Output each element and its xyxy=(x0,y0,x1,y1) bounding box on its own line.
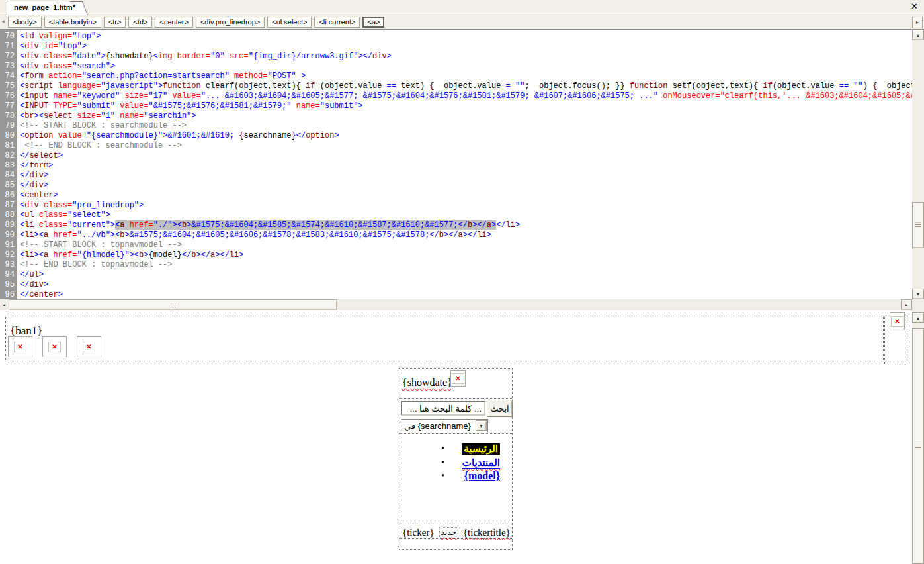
code-line[interactable]: 76<input name="keyword" size="17" value=… xyxy=(0,91,912,101)
code-line[interactable]: 87<div class="pro_linedrop"> xyxy=(0,201,912,211)
code-text: <td valign="top"> xyxy=(17,32,101,42)
search-input[interactable] xyxy=(401,401,485,416)
code-horizontal-scrollbar[interactable]: ◄ ► xyxy=(0,299,912,310)
tag-path-item[interactable]: <ul.select> xyxy=(267,17,312,28)
code-line[interactable]: 83</form> xyxy=(0,161,912,171)
code-editor[interactable]: 70<td valign="top">71<div id="top">72<di… xyxy=(0,30,912,299)
nav-link-home[interactable]: الرئيسية xyxy=(462,443,500,455)
tag-path-scroll-right-button[interactable]: ► xyxy=(912,17,923,28)
tab-bar: new_page_1.htm* ✕ xyxy=(0,0,924,15)
broken-image-x-icon: ✕ xyxy=(891,316,903,327)
code-line[interactable]: 94</ul> xyxy=(0,270,912,280)
line-number: 91 xyxy=(0,240,17,250)
code-line[interactable]: 84</div> xyxy=(0,171,912,181)
code-text: <br><select size="1" name="searchin"> xyxy=(17,111,196,121)
tag-path-item[interactable]: <a> xyxy=(362,17,384,28)
line-number: 77 xyxy=(0,101,17,111)
ticker-new-label[interactable]: جديد xyxy=(439,527,458,538)
scroll-up-icon: ▲ xyxy=(916,33,921,38)
tickertitle-placeholder[interactable]: {tickertitle} xyxy=(463,527,511,538)
line-number: 95 xyxy=(0,280,17,290)
tag-path-item[interactable]: <tr> xyxy=(104,17,126,28)
code-line[interactable]: 89<li class="current"><a href="./"><b>&#… xyxy=(0,220,912,230)
code-text: <div class="date">{showdate}<img border=… xyxy=(17,52,392,62)
ticker-placeholder[interactable]: {ticker} xyxy=(402,527,435,538)
code-text: </div> xyxy=(17,181,48,191)
line-number: 76 xyxy=(0,91,17,101)
code-line[interactable]: 88<ul class="select"> xyxy=(0,211,912,220)
code-line[interactable]: 75<script language="javascript">function… xyxy=(0,81,912,91)
scroll-left-button[interactable]: ◄ xyxy=(0,299,8,310)
thumb-grip xyxy=(915,444,921,449)
showdate-placeholder[interactable]: {showdate} xyxy=(402,377,452,389)
scroll-up-button[interactable]: ▲ xyxy=(912,30,924,40)
broken-image-icon[interactable]: ✕ xyxy=(890,312,905,330)
code-line[interactable]: 78<br><select size="1" name="searchin"> xyxy=(0,111,912,121)
nav-item: • المنتديات xyxy=(399,457,512,469)
banner-placeholder[interactable]: {ban1} xyxy=(10,324,42,338)
scroll-right-icon: ► xyxy=(904,303,909,307)
scroll-right-button[interactable]: ► xyxy=(901,299,912,310)
code-hscroll-thumb[interactable] xyxy=(9,299,337,310)
search-button[interactable]: ابحث xyxy=(487,400,513,417)
code-lines: 70<td valign="top">71<div id="top">72<di… xyxy=(0,32,912,299)
code-line[interactable]: 77<INPUT TYPE="submit" value="&#1575;&#1… xyxy=(0,101,912,111)
line-number: 75 xyxy=(0,81,17,91)
code-line[interactable]: 82</select> xyxy=(0,151,912,161)
tag-path-item[interactable]: <table.bodyin> xyxy=(44,17,101,28)
nav-link-model[interactable]: {model} xyxy=(464,470,500,481)
design-view[interactable]: {ban1} ✕ ✕ ✕ ✕ {showdate} ✕ ابحث في {sea… xyxy=(0,310,912,564)
design-vertical-scrollbar[interactable]: ▲ xyxy=(912,310,924,564)
code-line[interactable]: 71<div id="top"> xyxy=(0,42,912,52)
nav-link-forums[interactable]: المنتديات xyxy=(462,457,500,468)
code-text: <INPUT TYPE="submit" value="&#1575;&#157… xyxy=(17,101,363,111)
document-tab[interactable]: new_page_1.htm* xyxy=(7,1,79,15)
chevron-down-icon[interactable]: ▼ xyxy=(476,420,487,431)
broken-image-icon[interactable]: ✕ xyxy=(450,370,466,387)
line-number: 89 xyxy=(0,220,17,230)
broken-image-icon[interactable]: ✕ xyxy=(8,336,32,357)
code-text: </ul> xyxy=(17,270,44,280)
ticker-row: {ticker} جديد {tickertitle} xyxy=(399,526,512,539)
broken-image-icon[interactable]: ✕ xyxy=(42,336,67,357)
code-line[interactable]: 79<!-- START BLOCK : searchmodule --> xyxy=(0,121,912,131)
code-line[interactable]: 92<li><a href="{hlmodel}"><b>{model}</b>… xyxy=(0,250,912,260)
tag-path-item[interactable]: <div.pro_linedrop> xyxy=(196,17,265,28)
code-vertical-scrollbar[interactable]: ▲ ▼ xyxy=(912,30,924,299)
tag-path-item[interactable]: <body> xyxy=(8,17,42,28)
broken-image-icon[interactable]: ✕ xyxy=(77,336,101,357)
scroll-down-button[interactable]: ▼ xyxy=(912,289,924,299)
scroll-up-button[interactable]: ▲ xyxy=(912,312,924,323)
tag-path-item[interactable]: <center> xyxy=(155,17,192,28)
code-line[interactable]: 74<form action="search.php?action=starts… xyxy=(0,71,912,81)
code-line[interactable]: 93<!-- END BLOCK : topnavmodel --> xyxy=(0,260,912,270)
spellcheck-underline: المنتديات xyxy=(462,457,500,469)
code-line[interactable]: 70<td valign="top"> xyxy=(0,32,912,42)
design-vscroll-thumb[interactable] xyxy=(912,328,924,564)
line-number: 78 xyxy=(0,111,17,121)
code-line[interactable]: 91<!-- START BLOCK : topnavmodel --> xyxy=(0,240,912,250)
cell-border xyxy=(399,524,512,524)
tag-path-item[interactable]: <li.current> xyxy=(314,17,360,28)
code-line[interactable]: 96</center> xyxy=(0,290,912,299)
code-text: <!-- END BLOCK : searchmodule --> xyxy=(17,141,182,151)
bullet-icon: • xyxy=(441,471,444,481)
code-line[interactable]: 73<div class="search"> xyxy=(0,62,912,71)
code-line[interactable]: 85</div> xyxy=(0,181,912,191)
search-scope-select[interactable]: في {searchname} ▼ xyxy=(401,419,488,432)
code-line[interactable]: 95</div> xyxy=(0,280,912,290)
code-line[interactable]: 86<center> xyxy=(0,191,912,201)
code-line[interactable]: 90<li><a href="../vb"><b>&#1575;&#1604;&… xyxy=(0,230,912,240)
broken-image-x-icon: ✕ xyxy=(48,342,60,352)
close-icon[interactable]: ✕ xyxy=(911,2,918,11)
nav-item: • {model} xyxy=(399,470,512,483)
tab-title: new_page_1.htm* xyxy=(14,3,75,11)
line-number: 90 xyxy=(0,230,17,240)
code-line[interactable]: 80<option value="{searchmodule}">&#1601;… xyxy=(0,131,912,141)
code-vscroll-thumb[interactable] xyxy=(912,202,924,248)
tag-path-item[interactable]: <td> xyxy=(128,17,152,28)
line-number: 83 xyxy=(0,161,17,171)
code-text: <option value="{searchmodule}">&#1601;&#… xyxy=(17,131,339,141)
code-line[interactable]: 81 <!-- END BLOCK : searchmodule --> xyxy=(0,141,912,151)
code-line[interactable]: 72<div class="date">{showdate}<img borde… xyxy=(0,52,912,62)
